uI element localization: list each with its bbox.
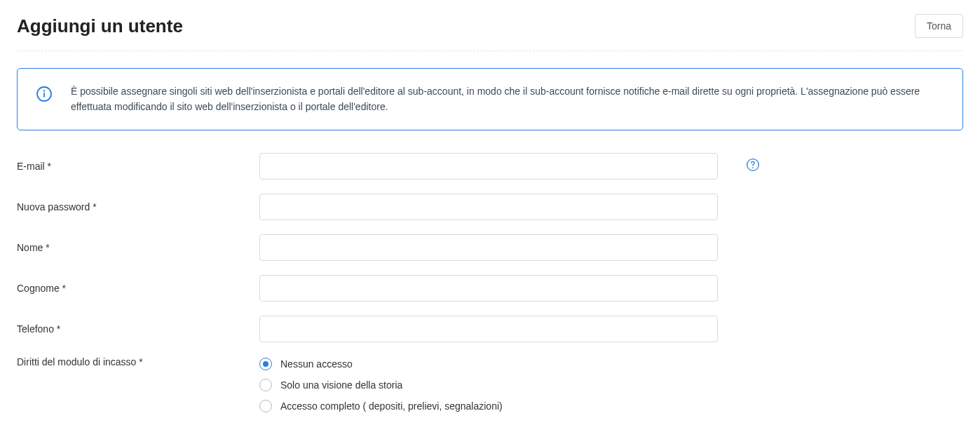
rights-option-full[interactable]: Accesso completo ( depositi, prelievi, s… <box>259 400 718 412</box>
row-firstname: Nome * <box>17 234 963 261</box>
row-lastname: Cognome * <box>17 275 963 302</box>
firstname-input[interactable] <box>259 234 718 261</box>
page-header: Aggiungi un utente Torna <box>17 14 963 51</box>
email-input[interactable] <box>259 153 718 180</box>
label-phone: Telefono * <box>17 323 259 335</box>
help-icon[interactable] <box>746 158 760 175</box>
label-lastname: Cognome * <box>17 283 259 294</box>
rights-radio-group: Nessun accesso Solo una visione della st… <box>259 356 718 412</box>
row-password: Nuova password * <box>17 194 963 220</box>
label-email: E-mail * <box>17 161 259 172</box>
rights-option-view[interactable]: Solo una visione della storia <box>259 379 718 391</box>
svg-point-4 <box>752 168 754 169</box>
phone-input[interactable] <box>259 316 718 342</box>
label-password: Nuova password * <box>17 201 259 212</box>
row-rights: Diritti del modulo di incasso * Nessun a… <box>17 356 963 412</box>
info-banner: È possibile assegnare singoli siti web d… <box>17 68 963 130</box>
info-icon <box>36 86 53 102</box>
back-button[interactable]: Torna <box>915 14 963 38</box>
lastname-input[interactable] <box>259 275 718 302</box>
rights-option-label: Accesso completo ( depositi, prelievi, s… <box>280 400 503 412</box>
password-input[interactable] <box>259 194 718 220</box>
rights-option-none[interactable]: Nessun accesso <box>259 358 718 370</box>
label-firstname: Nome * <box>17 242 259 253</box>
radio-icon <box>259 400 272 412</box>
info-text: È possibile assegnare singoli siti web d… <box>71 84 944 114</box>
label-rights: Diritti del modulo di incasso * <box>17 356 259 367</box>
radio-icon <box>259 358 272 370</box>
rights-option-label: Nessun accesso <box>280 358 353 370</box>
page-title: Aggiungi un utente <box>17 15 183 37</box>
rights-option-label: Solo una visione della storia <box>280 379 402 391</box>
svg-rect-2 <box>43 93 45 97</box>
svg-point-1 <box>43 90 45 91</box>
row-phone: Telefono * <box>17 316 963 342</box>
row-email: E-mail * <box>17 153 963 180</box>
radio-icon <box>259 379 272 391</box>
